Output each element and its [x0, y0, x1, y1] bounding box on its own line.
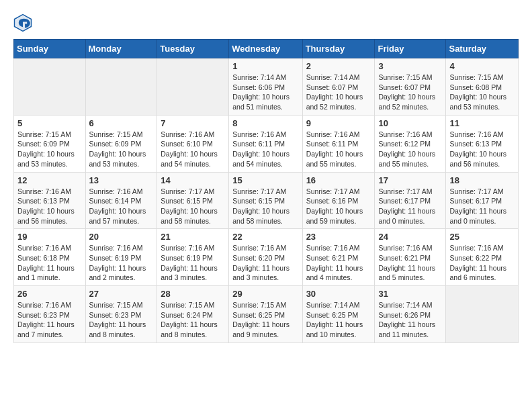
- page-header: [13, 13, 519, 32]
- calendar-cell: 4Sunrise: 7:15 AM Sunset: 6:08 PM Daylig…: [446, 58, 519, 116]
- day-number: 29: [232, 289, 298, 299]
- day-number: 26: [17, 289, 82, 299]
- day-number: 30: [306, 289, 371, 299]
- day-number: 31: [378, 289, 442, 299]
- calendar-cell: 11Sunrise: 7:16 AM Sunset: 6:13 PM Dayli…: [446, 115, 519, 172]
- day-info: Sunrise: 7:17 AM Sunset: 6:16 PM Dayligh…: [306, 187, 371, 226]
- day-number: 4: [449, 61, 515, 71]
- day-number: 14: [161, 175, 225, 185]
- day-number: 5: [17, 118, 82, 128]
- calendar-cell: 15Sunrise: 7:17 AM Sunset: 6:15 PM Dayli…: [229, 172, 302, 229]
- day-info: Sunrise: 7:16 AM Sunset: 6:13 PM Dayligh…: [449, 130, 515, 169]
- calendar-cell: [85, 58, 157, 116]
- day-number: 25: [449, 232, 515, 242]
- day-info: Sunrise: 7:15 AM Sunset: 6:08 PM Dayligh…: [449, 73, 515, 112]
- day-number: 1: [232, 61, 298, 71]
- calendar-cell: 19Sunrise: 7:16 AM Sunset: 6:18 PM Dayli…: [14, 229, 86, 286]
- calendar-cell: 25Sunrise: 7:16 AM Sunset: 6:22 PM Dayli…: [446, 229, 519, 286]
- calendar-cell: 1Sunrise: 7:14 AM Sunset: 6:06 PM Daylig…: [229, 58, 302, 116]
- day-info: Sunrise: 7:15 AM Sunset: 6:24 PM Dayligh…: [161, 300, 225, 340]
- day-info: Sunrise: 7:17 AM Sunset: 6:15 PM Dayligh…: [161, 187, 225, 226]
- day-info: Sunrise: 7:16 AM Sunset: 6:21 PM Dayligh…: [378, 243, 442, 283]
- header-tuesday: Tuesday: [157, 40, 229, 58]
- calendar-week-5: 26Sunrise: 7:16 AM Sunset: 6:23 PM Dayli…: [14, 286, 519, 343]
- day-number: 20: [89, 232, 154, 242]
- calendar-week-4: 19Sunrise: 7:16 AM Sunset: 6:18 PM Dayli…: [14, 229, 519, 286]
- header-saturday: Saturday: [446, 40, 519, 58]
- day-info: Sunrise: 7:16 AM Sunset: 6:18 PM Dayligh…: [17, 243, 82, 283]
- calendar-cell: 2Sunrise: 7:14 AM Sunset: 6:07 PM Daylig…: [302, 58, 375, 116]
- day-info: Sunrise: 7:14 AM Sunset: 6:25 PM Dayligh…: [306, 300, 371, 340]
- calendar-cell: 31Sunrise: 7:14 AM Sunset: 6:26 PM Dayli…: [375, 286, 446, 343]
- day-number: 6: [89, 118, 154, 128]
- day-number: 15: [232, 175, 298, 185]
- calendar-cell: 6Sunrise: 7:15 AM Sunset: 6:09 PM Daylig…: [85, 115, 157, 172]
- day-number: 7: [161, 118, 225, 128]
- day-info: Sunrise: 7:17 AM Sunset: 6:15 PM Dayligh…: [232, 187, 298, 226]
- day-info: Sunrise: 7:15 AM Sunset: 6:25 PM Dayligh…: [232, 300, 298, 340]
- calendar-cell: 13Sunrise: 7:16 AM Sunset: 6:14 PM Dayli…: [85, 172, 157, 229]
- calendar-cell: 17Sunrise: 7:17 AM Sunset: 6:17 PM Dayli…: [375, 172, 446, 229]
- calendar-cell: 5Sunrise: 7:15 AM Sunset: 6:09 PM Daylig…: [14, 115, 86, 172]
- day-number: 22: [232, 232, 298, 242]
- calendar-week-3: 12Sunrise: 7:16 AM Sunset: 6:13 PM Dayli…: [14, 172, 519, 229]
- calendar-cell: 24Sunrise: 7:16 AM Sunset: 6:21 PM Dayli…: [375, 229, 446, 286]
- day-info: Sunrise: 7:14 AM Sunset: 6:07 PM Dayligh…: [306, 73, 371, 112]
- calendar-cell: 27Sunrise: 7:15 AM Sunset: 6:23 PM Dayli…: [85, 286, 157, 343]
- day-number: 27: [89, 289, 154, 299]
- day-info: Sunrise: 7:15 AM Sunset: 6:09 PM Dayligh…: [89, 130, 154, 169]
- day-info: Sunrise: 7:17 AM Sunset: 6:17 PM Dayligh…: [378, 187, 442, 226]
- calendar-cell: 18Sunrise: 7:17 AM Sunset: 6:17 PM Dayli…: [446, 172, 519, 229]
- day-info: Sunrise: 7:15 AM Sunset: 6:23 PM Dayligh…: [89, 300, 154, 340]
- generalblue-logo-icon: [13, 13, 32, 32]
- day-number: 10: [378, 118, 442, 128]
- header-friday: Friday: [375, 40, 446, 58]
- day-number: 9: [306, 118, 371, 128]
- calendar-cell: 7Sunrise: 7:16 AM Sunset: 6:10 PM Daylig…: [157, 115, 229, 172]
- calendar-cell: 23Sunrise: 7:16 AM Sunset: 6:21 PM Dayli…: [302, 229, 375, 286]
- calendar-cell: 29Sunrise: 7:15 AM Sunset: 6:25 PM Dayli…: [229, 286, 302, 343]
- calendar-cell: [14, 58, 86, 116]
- header-thursday: Thursday: [302, 40, 375, 58]
- header-monday: Monday: [85, 40, 157, 58]
- day-info: Sunrise: 7:14 AM Sunset: 6:26 PM Dayligh…: [378, 300, 442, 340]
- calendar-cell: 22Sunrise: 7:16 AM Sunset: 6:20 PM Dayli…: [229, 229, 302, 286]
- day-info: Sunrise: 7:15 AM Sunset: 6:09 PM Dayligh…: [17, 130, 82, 169]
- day-number: 21: [161, 232, 225, 242]
- day-number: 3: [378, 61, 442, 71]
- day-info: Sunrise: 7:16 AM Sunset: 6:19 PM Dayligh…: [161, 243, 225, 283]
- calendar-cell: 12Sunrise: 7:16 AM Sunset: 6:13 PM Dayli…: [14, 172, 86, 229]
- day-number: 19: [17, 232, 82, 242]
- day-number: 16: [306, 175, 371, 185]
- day-info: Sunrise: 7:16 AM Sunset: 6:12 PM Dayligh…: [378, 130, 442, 169]
- calendar-cell: 20Sunrise: 7:16 AM Sunset: 6:19 PM Dayli…: [85, 229, 157, 286]
- day-number: 11: [449, 118, 515, 128]
- day-number: 17: [378, 175, 442, 185]
- day-info: Sunrise: 7:16 AM Sunset: 6:20 PM Dayligh…: [232, 243, 298, 283]
- calendar-cell: [446, 286, 519, 343]
- day-info: Sunrise: 7:16 AM Sunset: 6:19 PM Dayligh…: [89, 243, 154, 283]
- calendar-cell: 30Sunrise: 7:14 AM Sunset: 6:25 PM Dayli…: [302, 286, 375, 343]
- calendar-cell: 26Sunrise: 7:16 AM Sunset: 6:23 PM Dayli…: [14, 286, 86, 343]
- day-number: 2: [306, 61, 371, 71]
- calendar-cell: 8Sunrise: 7:16 AM Sunset: 6:11 PM Daylig…: [229, 115, 302, 172]
- calendar-cell: 16Sunrise: 7:17 AM Sunset: 6:16 PM Dayli…: [302, 172, 375, 229]
- header-wednesday: Wednesday: [229, 40, 302, 58]
- day-info: Sunrise: 7:16 AM Sunset: 6:23 PM Dayligh…: [17, 300, 82, 340]
- day-info: Sunrise: 7:14 AM Sunset: 6:06 PM Dayligh…: [232, 73, 298, 112]
- day-info: Sunrise: 7:16 AM Sunset: 6:10 PM Dayligh…: [161, 130, 225, 169]
- calendar-cell: 14Sunrise: 7:17 AM Sunset: 6:15 PM Dayli…: [157, 172, 229, 229]
- day-number: 13: [89, 175, 154, 185]
- calendar-cell: [157, 58, 229, 116]
- calendar-week-1: 1Sunrise: 7:14 AM Sunset: 6:06 PM Daylig…: [14, 58, 519, 116]
- day-info: Sunrise: 7:17 AM Sunset: 6:17 PM Dayligh…: [449, 187, 515, 226]
- calendar-cell: 9Sunrise: 7:16 AM Sunset: 6:11 PM Daylig…: [302, 115, 375, 172]
- day-info: Sunrise: 7:16 AM Sunset: 6:11 PM Dayligh…: [306, 130, 371, 169]
- day-info: Sunrise: 7:16 AM Sunset: 6:21 PM Dayligh…: [306, 243, 371, 283]
- logo: [13, 13, 35, 32]
- day-info: Sunrise: 7:16 AM Sunset: 6:13 PM Dayligh…: [17, 187, 82, 226]
- day-number: 8: [232, 118, 298, 128]
- calendar-cell: 10Sunrise: 7:16 AM Sunset: 6:12 PM Dayli…: [375, 115, 446, 172]
- day-info: Sunrise: 7:16 AM Sunset: 6:22 PM Dayligh…: [449, 243, 515, 283]
- calendar-cell: 21Sunrise: 7:16 AM Sunset: 6:19 PM Dayli…: [157, 229, 229, 286]
